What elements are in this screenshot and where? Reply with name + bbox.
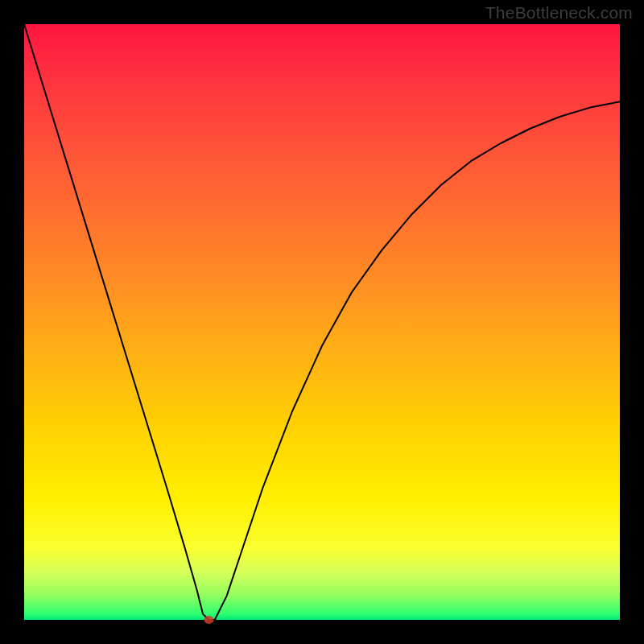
chart-frame: TheBottleneck.com	[0, 0, 644, 644]
watermark-text: TheBottleneck.com	[485, 3, 633, 23]
bottleneck-curve	[24, 24, 620, 620]
min-point-marker	[204, 616, 213, 624]
plot-area	[24, 24, 620, 620]
curve-layer	[24, 24, 620, 620]
